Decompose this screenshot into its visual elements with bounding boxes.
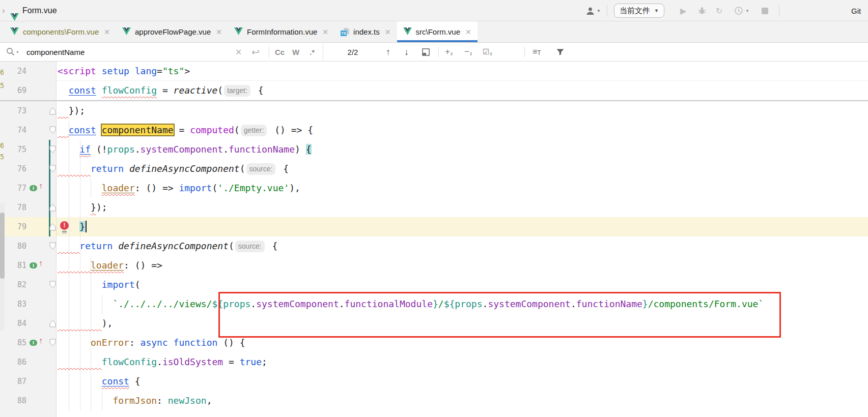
divider [524, 47, 525, 57]
fold-marker-icon[interactable] [49, 281, 56, 289]
code-line-81[interactable]: 81I↑ loader: () => [0, 256, 868, 275]
close-tab-icon[interactable]: ✕ [465, 28, 471, 36]
line-number[interactable]: 87 [0, 372, 26, 391]
code-line-77[interactable]: 77I↑ loader: () => import('./Empty.vue')… [0, 178, 868, 198]
ide-window: › Form.vue ▼ 当前文件 ▼ ▶ ↻ ▼ Git components… [0, 0, 868, 417]
match-count: 2/2 [330, 43, 376, 61]
line-number[interactable]: 77 [0, 178, 26, 198]
typescript-file-icon: TS [341, 28, 349, 36]
fold-marker-icon[interactable] [49, 145, 56, 154]
code-line-86[interactable]: 86 flowConfig.isOldSystem = true; [0, 352, 868, 372]
code-line-69[interactable]: 69 const flowConfig = reactive(target: { [0, 81, 868, 100]
clipped-line-number: 5 [0, 153, 4, 161]
tab-FormInformation.vue[interactable]: FormInformation.vue✕ [228, 21, 334, 42]
implemented-marker-icon[interactable]: I [30, 340, 37, 346]
words-toggle[interactable]: W [292, 43, 299, 61]
clear-search-icon[interactable]: ✕ [235, 43, 242, 61]
navigate-up-icon[interactable]: ↑ [39, 182, 43, 191]
divider [607, 5, 607, 16]
close-tab-icon[interactable]: ✕ [322, 28, 328, 36]
fold-marker-icon[interactable] [49, 107, 56, 115]
code-text: loader: () => import('./Empty.vue'), [58, 178, 300, 198]
code-text: if (!props.systemComponent.functionName)… [58, 140, 312, 159]
code-line-75[interactable]: 75 if (!props.systemComponent.functionNa… [0, 140, 868, 159]
line-number[interactable]: 73 [0, 101, 26, 121]
code-editor[interactable]: 24<script setup lang="ts">69 const flowC… [0, 62, 868, 417]
chevron-down-icon: ▼ [16, 50, 19, 54]
filter-button[interactable] [556, 43, 565, 61]
fold-marker-icon[interactable] [49, 126, 56, 134]
navigate-up-icon[interactable]: ↑ [39, 259, 43, 268]
newline-icon[interactable]: ↩ [251, 43, 260, 61]
line-number[interactable]: 75 [0, 140, 26, 159]
run-configuration-select[interactable]: 当前文件 ▼ [614, 4, 664, 18]
fold-marker-icon[interactable] [49, 165, 56, 173]
code-line-24[interactable]: 24<script setup lang="ts"> [0, 62, 868, 81]
code-line-76[interactable]: 76 return defineAsyncComponent(source: { [0, 159, 868, 178]
vue-file-icon [234, 27, 243, 37]
line-number[interactable]: 88 [0, 391, 26, 410]
code-line-88[interactable]: 88 formJson: newJson, [0, 391, 868, 410]
search-in-selection-button[interactable] [422, 43, 430, 61]
code-text: } [58, 217, 87, 236]
stop-button[interactable] [762, 0, 768, 21]
close-tab-icon[interactable]: ✕ [385, 28, 391, 36]
code-text: }); [58, 198, 107, 217]
vue-file-icon [10, 27, 19, 37]
fold-marker-icon[interactable] [49, 319, 56, 327]
fold-marker-icon[interactable] [49, 223, 56, 231]
fold-marker-icon[interactable] [49, 339, 56, 347]
vue-file-icon [403, 27, 412, 37]
close-tab-icon[interactable]: ✕ [216, 28, 222, 36]
annotation-red-box [218, 292, 781, 338]
line-number[interactable]: 69 [0, 81, 26, 100]
previous-occurrence-button[interactable]: ↑ [386, 43, 390, 61]
tab-index.ts[interactable]: TSindex.ts✕ [334, 21, 397, 42]
clipped-line-number: 5 [0, 81, 4, 90]
fold-marker-icon[interactable] [49, 203, 56, 212]
clipped-line-number: 6 [0, 68, 4, 76]
remove-selection-button[interactable]: −II [464, 43, 471, 61]
code-line-74[interactable]: 74 const componentName = computed(getter… [0, 121, 868, 140]
line-number[interactable]: 24 [0, 62, 26, 81]
tab-components-Form.vue[interactable]: components\Form.vue✕ [4, 21, 116, 42]
code-line-87[interactable]: 87 const { [0, 372, 868, 391]
line-number[interactable]: 76 [0, 159, 26, 178]
preserve-case-button[interactable]: ≡T [533, 43, 541, 61]
code-text: formJson: newJson, [58, 391, 212, 410]
select-all-occurrences-button[interactable]: ☑II [483, 43, 491, 61]
add-selection-button[interactable]: +II [445, 43, 452, 61]
parameter-hint: getter: [241, 125, 267, 136]
tab-approveFlowPage.vue[interactable]: approveFlowPage.vue✕ [116, 21, 228, 42]
line-number[interactable]: 85 [0, 333, 26, 352]
code-line-80[interactable]: 80 return defineAsyncComponent(source: { [0, 236, 868, 256]
tab-label: index.ts [353, 27, 380, 36]
match-case-toggle[interactable]: Cc [275, 43, 285, 61]
line-number[interactable]: 74 [0, 121, 26, 140]
debug-button[interactable] [697, 0, 707, 21]
tab-label: src\Form.vue [416, 27, 461, 36]
chevron-down-icon: ▼ [654, 8, 659, 13]
search-icon[interactable]: ▼ [6, 43, 19, 61]
code-line-73[interactable]: 73 }); [0, 101, 868, 121]
implemented-marker-icon[interactable]: I [30, 185, 37, 191]
code-line-79[interactable]: 79! } [0, 217, 868, 236]
close-tab-icon[interactable]: ✕ [104, 28, 110, 36]
line-number[interactable]: 86 [0, 352, 26, 372]
regex-toggle[interactable]: .* [310, 43, 315, 61]
editor-tab-strip: components\Form.vue✕approveFlowPage.vue✕… [0, 21, 868, 43]
parameter-hint: source: [235, 241, 265, 252]
code-line-78[interactable]: 78 }); [0, 198, 868, 217]
profiler-button[interactable]: ▼ [734, 0, 749, 21]
next-occurrence-button[interactable]: ↓ [404, 43, 409, 61]
clipped-line-number: 6 [0, 141, 4, 150]
user-account-button[interactable]: ▼ [585, 0, 601, 21]
implemented-marker-icon[interactable]: I [30, 262, 37, 269]
run-button[interactable]: ▶ [680, 0, 686, 21]
search-input[interactable] [26, 43, 225, 61]
fold-marker-icon[interactable] [49, 242, 56, 250]
run-with-coverage-button[interactable]: ↻ [716, 0, 722, 21]
navigate-up-icon[interactable]: ↑ [39, 336, 43, 345]
git-menu[interactable]: Git [851, 0, 861, 21]
tab-src-Form.vue[interactable]: src\Form.vue✕ [397, 21, 478, 42]
